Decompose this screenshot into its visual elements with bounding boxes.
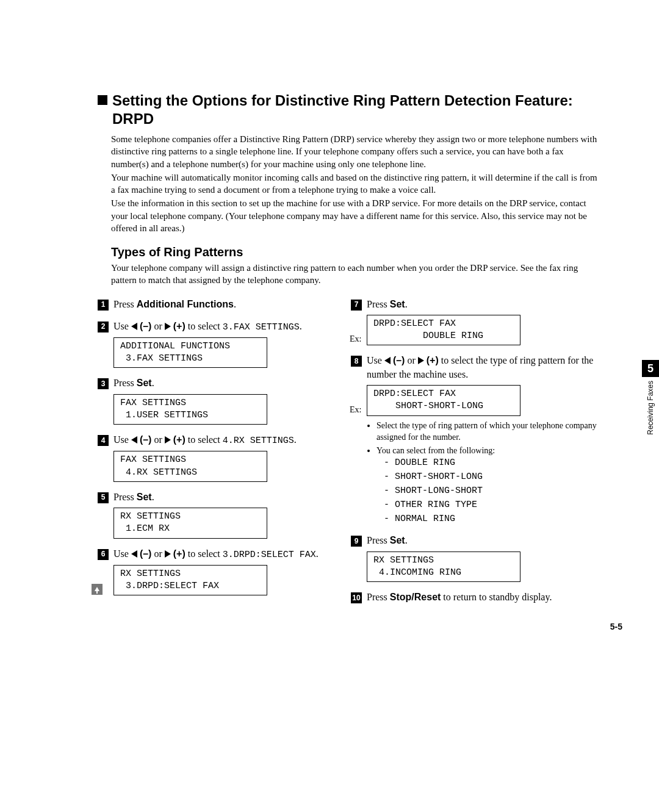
step-text: Press Set.: [113, 376, 345, 390]
step-number-icon: 8: [351, 356, 362, 367]
note-item: You can select from the following: DOUBL…: [376, 445, 598, 526]
step-5: 5 Press Set. RX SETTINGS 1.ECM RX: [98, 490, 345, 539]
subsection-title: Types of Ring Patterns: [111, 245, 598, 259]
example-label: Ex:: [350, 334, 361, 344]
step-7: 7 Press Set. Ex: DRPD:SELECT FAX DOUBLE …: [351, 298, 598, 346]
step-text: Use (–) or (+) to select 4.RX SETTINGS.: [113, 433, 345, 447]
steps-columns: 1 Press Additional Functions. 2 Use (–) …: [98, 298, 598, 613]
step-3: 3 Press Set. FAX SETTINGS 1.USER SETTING…: [98, 376, 345, 425]
lcd-display: ADDITIONAL FUNCTIONS 3.FAX SETTINGS: [113, 337, 267, 368]
left-column: 1 Press Additional Functions. 2 Use (–) …: [98, 298, 345, 613]
lcd-display: FAX SETTINGS 4.RX SETTINGS: [113, 451, 267, 482]
step-number-icon: 2: [98, 322, 109, 332]
step-number-icon: 4: [98, 435, 109, 446]
step-10: 10 Press Stop/Reset to return to standby…: [351, 591, 598, 604]
lcd-display: RX SETTINGS 1.ECM RX: [113, 508, 267, 539]
ring-option: SHORT-LONG-SHORT: [384, 484, 598, 497]
subsection-intro: Your telephone company will assign a dis…: [111, 262, 598, 287]
left-arrow-icon: [384, 357, 391, 364]
left-arrow-icon: [131, 436, 137, 444]
intro-para: Some telephone companies offer a Distinc…: [111, 133, 598, 170]
section-title-text: Setting the Options for Distinctive Ring…: [112, 92, 598, 128]
lcd-display: DRPD:SELECT FAX DOUBLE RING: [367, 315, 520, 346]
step-4: 4 Use (–) or (+) to select 4.RX SETTINGS…: [98, 433, 345, 482]
step-text: Use (–) or (+) to select 3.FAX SETTINGS.: [113, 320, 345, 334]
note-item: Select the type of ring pattern of which…: [376, 420, 598, 444]
right-column: 7 Press Set. Ex: DRPD:SELECT FAX DOUBLE …: [351, 298, 598, 613]
square-bullet-icon: [98, 95, 107, 105]
step-2: 2 Use (–) or (+) to select 3.FAX SETTING…: [98, 320, 345, 368]
step-text: Press Set.: [113, 490, 345, 504]
step-1: 1 Press Additional Functions.: [98, 298, 345, 311]
intro-para: Your machine will automatically monitor …: [111, 171, 598, 196]
ring-option: NORMAL RING: [384, 512, 598, 525]
right-arrow-icon: [418, 357, 424, 364]
lcd-display: RX SETTINGS 4.INCOMING RING: [367, 552, 520, 583]
back-to-top-icon[interactable]: [92, 584, 103, 595]
step-text: Press Stop/Reset to return to standby di…: [367, 591, 598, 604]
lcd-display: RX SETTINGS 3.DRPD:SELECT FAX: [113, 565, 267, 596]
step-number-icon: 9: [351, 536, 362, 547]
ring-option: OTHER RING TYPE: [384, 498, 598, 511]
lcd-display: DRPD:SELECT FAX SHORT-SHORT-LONG: [367, 385, 520, 416]
step-number-icon: 6: [98, 549, 109, 560]
step-number-icon: 3: [98, 378, 109, 389]
step-9: 9 Press Set. RX SETTINGS 4.INCOMING RING: [351, 534, 598, 582]
chapter-label: Receiving Faxes: [646, 381, 655, 435]
step-number-icon: 7: [351, 300, 362, 311]
step-text: Press Additional Functions.: [113, 298, 345, 311]
step-text: Use (–) or (+) to select the type of rin…: [367, 354, 598, 381]
side-chapter-tab: 5 Receiving Faxes: [642, 360, 659, 435]
step-8: 8 Use (–) or (+) to select the type of r…: [351, 354, 598, 525]
step-6: 6 Use (–) or (+) to select 3.DRPD:SELECT…: [98, 547, 345, 596]
right-arrow-icon: [165, 436, 171, 444]
step-text: Use (–) or (+) to select 3.DRPD:SELECT F…: [113, 547, 345, 561]
intro-para: Use the information in this section to s…: [111, 197, 598, 234]
step-number-icon: 1: [98, 300, 109, 311]
ring-option: DOUBLE RING: [384, 456, 598, 469]
page: Setting the Options for Distinctive Ring…: [0, 0, 659, 650]
left-arrow-icon: [131, 323, 137, 330]
chapter-number-badge: 5: [642, 360, 659, 377]
example-label: Ex:: [350, 405, 361, 415]
section-intro: Some telephone companies offer a Distinc…: [111, 133, 598, 234]
step-number-icon: 10: [351, 592, 362, 603]
ring-option: SHORT-SHORT-LONG: [384, 470, 598, 483]
step-text: Press Set.: [367, 298, 598, 311]
step-number-icon: 5: [98, 492, 109, 503]
page-number: 5-5: [610, 622, 622, 631]
lcd-display: FAX SETTINGS 1.USER SETTINGS: [113, 394, 267, 425]
left-arrow-icon: [131, 550, 137, 558]
right-arrow-icon: [165, 550, 171, 558]
step-text: Press Set.: [367, 534, 598, 547]
section-title: Setting the Options for Distinctive Ring…: [98, 92, 598, 128]
step-notes: Select the type of ring pattern of which…: [367, 420, 598, 526]
right-arrow-icon: [165, 323, 171, 330]
